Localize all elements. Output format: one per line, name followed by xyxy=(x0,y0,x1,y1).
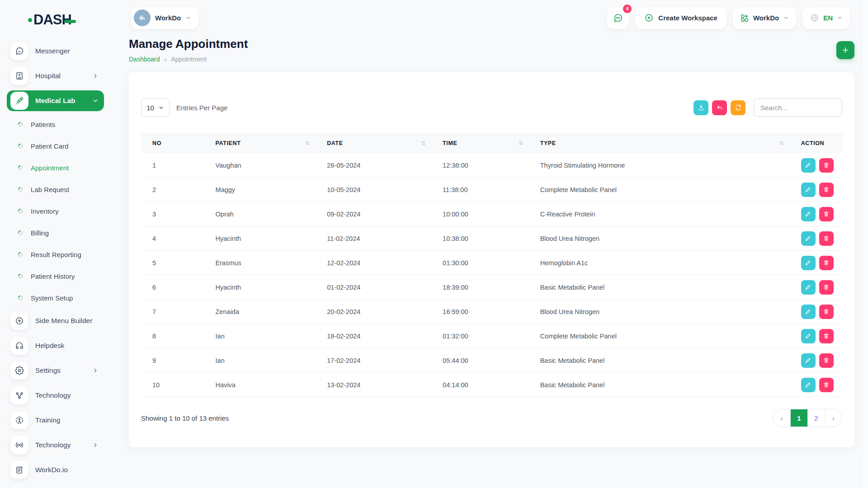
sidebar-item-side-menu-builder[interactable]: Side Menu Builder xyxy=(7,310,104,331)
row-actions xyxy=(801,202,837,226)
chevron-right-icon xyxy=(92,367,99,374)
refresh-button[interactable] xyxy=(731,100,745,115)
column-header-time[interactable]: TIME⇅ xyxy=(431,133,529,153)
pagination-page-2[interactable]: 2 xyxy=(807,409,825,427)
ring-bullet-icon xyxy=(17,121,24,127)
export-button[interactable] xyxy=(693,100,708,115)
ring-bullet-icon xyxy=(17,273,24,279)
sidebar-item-technology-2[interactable]: Technology xyxy=(7,435,104,455)
delete-button[interactable] xyxy=(819,158,834,173)
column-header-type[interactable]: TYPE⇅ xyxy=(529,133,790,153)
column-header-date[interactable]: DATE⇅ xyxy=(316,133,431,153)
pagination: ‹ 1 2 › xyxy=(773,409,842,427)
edit-button[interactable] xyxy=(801,158,816,173)
cell-type: C-Reactive Protein xyxy=(529,202,790,226)
language-selector[interactable]: EN xyxy=(802,7,850,29)
circle-plus-icon xyxy=(10,312,28,330)
sidebar-item-training[interactable]: Training xyxy=(7,410,104,431)
entries-per-page-select[interactable]: 10 xyxy=(141,99,170,117)
scrollbar[interactable] xyxy=(861,0,868,488)
chevron-down-icon xyxy=(158,105,164,111)
sidebar-item-appointment[interactable]: Appointment xyxy=(7,159,104,177)
sidebar-item-hospital[interactable]: Hospital xyxy=(7,66,104,86)
delete-button[interactable] xyxy=(819,183,834,197)
delete-button[interactable] xyxy=(819,353,834,368)
pagination-next[interactable]: › xyxy=(825,409,842,427)
pagination-prev[interactable]: ‹ xyxy=(773,409,790,427)
sidebar-item-system-setup[interactable]: System Setup xyxy=(7,289,104,307)
chevron-down-icon xyxy=(783,15,789,21)
workdo-menu-button[interactable]: WorkDo xyxy=(733,7,796,29)
workspace-selector[interactable]: WorkDo xyxy=(131,7,198,29)
pencil-icon xyxy=(805,186,811,193)
sidebar-item-billing[interactable]: Billing xyxy=(7,224,104,242)
delete-button[interactable] xyxy=(819,305,834,319)
search-input[interactable] xyxy=(754,99,842,117)
edit-button[interactable] xyxy=(801,183,816,197)
sidebar-item-messenger[interactable]: Messenger xyxy=(7,41,104,61)
edit-button[interactable] xyxy=(801,231,816,246)
breadcrumb-dashboard-link[interactable]: Dashboard xyxy=(129,56,160,63)
create-workspace-button[interactable]: Create Workspace xyxy=(635,7,726,29)
sort-icon[interactable]: ⇅ xyxy=(421,140,426,146)
delete-button[interactable] xyxy=(819,231,834,246)
workspace-name: WorkDo xyxy=(155,14,181,22)
sort-icon[interactable]: ⇅ xyxy=(519,140,524,146)
node-graph-icon xyxy=(10,386,28,404)
column-header-patient[interactable]: PATIENT⇅ xyxy=(204,133,316,153)
chevron-down-icon xyxy=(837,15,843,21)
sidebar-item-patients[interactable]: Patients xyxy=(7,115,104,133)
sidebar-item-technology[interactable]: Technology xyxy=(7,385,104,406)
chevron-down-icon xyxy=(92,98,99,104)
add-appointment-button[interactable] xyxy=(836,41,854,59)
edit-button[interactable] xyxy=(801,256,816,270)
edit-button[interactable] xyxy=(801,207,816,221)
breadcrumb-separator: › xyxy=(165,55,167,63)
pagination-page-1[interactable]: 1 xyxy=(790,409,807,427)
sidebar-item-settings[interactable]: Settings xyxy=(7,360,104,381)
pencil-icon xyxy=(805,162,811,169)
delete-button[interactable] xyxy=(819,207,834,221)
table-row: 6 Hyacinth 01-02-2024 18:39:00 Basic Met… xyxy=(141,275,842,300)
sidebar-item-patient-card[interactable]: Patient Card xyxy=(7,137,104,155)
undo-button[interactable] xyxy=(712,100,727,115)
table-row: 7 Zenaida 20-02-2024 16:59:00 Blood Urea… xyxy=(141,300,842,324)
sort-icon[interactable]: ⇅ xyxy=(306,140,311,146)
sidebar-item-lab-request[interactable]: Lab Request xyxy=(7,180,104,198)
edit-button[interactable] xyxy=(801,378,816,392)
cell-time: 11:38:00 xyxy=(431,178,529,202)
plus-circle-icon xyxy=(644,13,654,23)
delete-button[interactable] xyxy=(819,378,834,392)
delete-button[interactable] xyxy=(819,256,834,270)
delete-button[interactable] xyxy=(819,329,834,343)
app-logo[interactable]: DASH xyxy=(28,12,76,28)
trash-icon xyxy=(823,186,830,193)
edit-button[interactable] xyxy=(801,329,816,343)
table-row: 5 Erasmus 12-02-2024 01:30:00 Hemoglobin… xyxy=(141,251,842,275)
cell-patient: Ian xyxy=(204,324,316,348)
sort-icon[interactable]: ⇅ xyxy=(779,140,784,146)
headset-icon xyxy=(10,337,28,355)
page-head: Manage Appointment Dashboard › Appointme… xyxy=(111,31,868,63)
edit-button[interactable] xyxy=(801,280,816,295)
chat-button[interactable]: 0 xyxy=(607,7,629,29)
sidebar-item-inventory[interactable]: Inventory xyxy=(7,202,104,220)
pencil-icon xyxy=(805,308,811,315)
sidebar-item-workdo-io[interactable]: WorkDo.io xyxy=(7,460,104,480)
refresh-icon xyxy=(735,104,742,111)
edit-button[interactable] xyxy=(801,305,816,319)
trash-icon xyxy=(823,211,830,217)
sidebar-item-patient-history[interactable]: Patient History xyxy=(7,267,104,285)
edit-button[interactable] xyxy=(801,353,816,368)
language-label: EN xyxy=(823,14,833,22)
sidebar-item-medical-lab[interactable]: Medical Lab xyxy=(7,90,104,111)
sidebar-item-helpdesk[interactable]: Helpdesk xyxy=(7,335,104,356)
document-icon xyxy=(10,461,28,479)
delete-button[interactable] xyxy=(819,280,834,295)
sidebar-item-result-reporting[interactable]: Result Reporting xyxy=(7,245,104,263)
sidebar-item-label: Training xyxy=(35,416,60,424)
cell-time: 12:38:00 xyxy=(431,153,529,178)
submenu-item-label: System Setup xyxy=(31,294,73,302)
column-header-no[interactable]: NO xyxy=(141,133,204,153)
cell-no: 3 xyxy=(141,202,204,226)
